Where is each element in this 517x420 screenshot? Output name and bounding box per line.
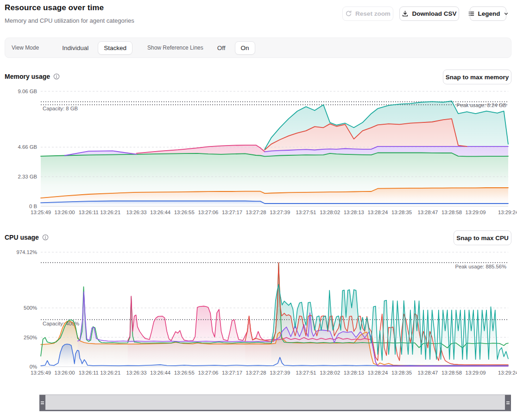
memory-x-tick-label: 13:27:39 (270, 210, 290, 215)
memory-x-tick-label: 13:27:17 (222, 210, 242, 215)
brush-handle-right[interactable] (505, 395, 511, 410)
reset-zoom-button[interactable]: Reset zoom (342, 6, 393, 21)
memory-x-tick-label: 13:26:33 (126, 210, 147, 215)
cpu-x-tick-label: 13:25:49 (31, 370, 51, 375)
memory-x-tick-label: 13:28:24 (367, 210, 388, 215)
cpu-x-tick-label: 13:26:11 (79, 370, 99, 375)
brush-handle-left[interactable] (39, 395, 45, 410)
refresh-icon (345, 10, 352, 17)
time-range-brush[interactable] (39, 395, 511, 411)
memory-x-tick-label: 13:28:58 (441, 210, 462, 215)
memory-x-tick-label: 13:26:55 (174, 210, 195, 215)
cpu-title-text: CPU usage (5, 234, 39, 241)
memory-title-text: Memory usage (5, 73, 50, 80)
memory-x-tick-label: 13:26:11 (79, 210, 99, 215)
reset-zoom-label: Reset zoom (355, 10, 391, 17)
memory-x-tick-label: 13:29:24 (498, 210, 517, 215)
memory-x-tick-label: 13:27:28 (246, 210, 266, 215)
download-csv-label: Download CSV (412, 10, 456, 17)
memory-x-tick-label: 13:25:49 (31, 210, 51, 215)
memory-x-tick-label: 13:26:00 (55, 210, 75, 215)
memory-y-tick-label: 4.66 GB (18, 144, 37, 150)
cpu-x-tick-label: 13:26:55 (174, 370, 195, 375)
memory-x-tick-label: 13:27:06 (198, 210, 218, 215)
list-icon (468, 10, 475, 17)
memory-x-tick-label: 13:28:47 (417, 210, 438, 215)
cpu-x-tick-label: 13:29:24 (498, 370, 517, 375)
memory-y-tick-label: 0 B (29, 204, 37, 209)
cpu-x-tick-label: 13:27:17 (222, 370, 242, 375)
cpu-x-tick-label: 13:26:33 (126, 370, 147, 375)
memory-y-tick-label: 9.06 GB (18, 89, 37, 94)
cpu-x-tick-label: 13:28:13 (344, 370, 364, 375)
legend-label: Legend (478, 10, 500, 17)
snap-to-max-cpu-button[interactable]: Snap to max CPU (454, 230, 511, 245)
cpu-x-tick-label: 13:28:58 (441, 370, 462, 375)
page-subtitle: Memory and CPU utilization for agent cat… (5, 17, 134, 24)
legend-dropdown-button[interactable]: Legend (470, 6, 506, 21)
cpu-y-tick-label: 0% (30, 364, 37, 369)
view-mode-label: View Mode (12, 45, 39, 51)
show-reference-lines-label: Show Reference Lines (147, 45, 203, 51)
cpu-chart[interactable]: 974.12%500%250%0%13:25:4913:26:0013:26:1… (0, 248, 517, 379)
memory-x-tick-label: 13:26:44 (150, 210, 170, 215)
cpu-x-tick-label: 13:28:02 (320, 370, 340, 375)
download-csv-button[interactable]: Download CSV (399, 6, 459, 21)
memory-y-tick-label: 2.33 GB (18, 174, 37, 179)
memory-x-tick-label: 13:28:02 (320, 210, 340, 215)
cpu-y-tick-label: 500% (24, 305, 37, 311)
download-icon (402, 10, 409, 17)
cpu-x-tick-label: 13:27:28 (246, 370, 266, 375)
memory-x-tick-label: 13:28:13 (344, 210, 364, 215)
memory-reference-label: Peak usage: 8.24 GB (457, 102, 506, 108)
cpu-x-tick-label: 13:26:44 (150, 370, 170, 375)
info-icon[interactable] (53, 73, 60, 80)
cpu-x-tick-label: 13:28:24 (367, 370, 388, 375)
cpu-y-tick-label: 250% (24, 335, 37, 340)
cpu-x-tick-label: 13:28:47 (417, 370, 438, 375)
cpu-x-tick-label: 13:27:06 (198, 370, 218, 375)
cpu-x-tick-label: 13:29:09 (466, 370, 486, 375)
cpu-x-tick-label: 13:26:00 (55, 370, 75, 375)
info-icon[interactable] (42, 234, 49, 241)
snap-to-max-memory-button[interactable]: Snap to max memory (443, 70, 511, 84)
memory-chart[interactable]: 9.06 GB4.66 GB2.33 GB0 B13:25:4913:26:00… (0, 88, 517, 219)
page-title: Resource usage over time (5, 3, 104, 13)
cpu-section-title: CPU usage (5, 234, 49, 241)
chart-controls-bar: View Mode Individual Stacked Show Refere… (5, 38, 511, 58)
chevron-down-icon (504, 11, 509, 16)
resource-usage-dashboard: Resource usage over time Memory and CPU … (0, 0, 517, 420)
view-mode-individual[interactable]: Individual (57, 42, 94, 54)
memory-x-tick-label: 13:26:21 (100, 210, 120, 215)
reference-lines-on[interactable]: On (235, 41, 255, 55)
memory-section-title: Memory usage (5, 73, 60, 80)
memory-x-tick-label: 13:27:51 (296, 210, 316, 215)
view-mode-stacked[interactable]: Stacked (98, 41, 132, 55)
reference-lines-off[interactable]: Off (212, 42, 231, 54)
memory-x-tick-label: 13:28:35 (391, 210, 412, 215)
cpu-y-tick-label: 974.12% (16, 249, 37, 255)
cpu-x-tick-label: 13:28:35 (391, 370, 412, 375)
cpu-x-tick-label: 13:26:21 (100, 370, 120, 375)
memory-x-tick-label: 13:29:09 (466, 210, 486, 215)
cpu-x-tick-label: 13:27:39 (270, 370, 290, 375)
cpu-x-tick-label: 13:27:51 (296, 370, 316, 375)
cpu-reference-label: Peak usage: 885.56% (455, 264, 506, 269)
memory-reference-label: Capacity: 8 GB (43, 106, 78, 111)
snap-memory-label: Snap to max memory (446, 74, 509, 81)
snap-cpu-label: Snap to max CPU (456, 235, 509, 242)
